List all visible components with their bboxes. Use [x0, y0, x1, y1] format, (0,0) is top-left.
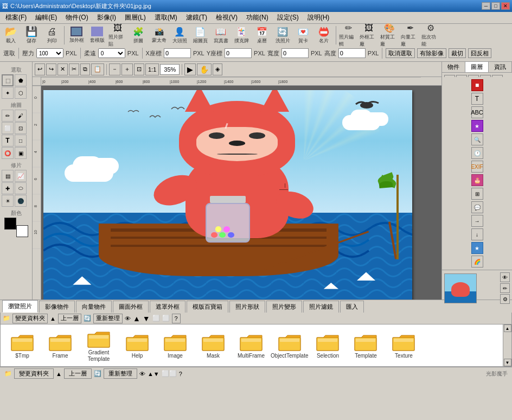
folder-item-Texture[interactable]: Texture: [385, 332, 422, 359]
toolbar-calendar[interactable]: 📅 桌曆: [252, 26, 272, 44]
undo-button[interactable]: ↩: [35, 63, 45, 75]
toolbar-headshot[interactable]: 👤 大頭照: [170, 26, 189, 44]
tool-curves[interactable]: 📈: [15, 170, 27, 182]
up-arrow-btn[interactable]: ▲: [133, 314, 140, 323]
toolbar-photobook[interactable]: 📖 寫真書: [211, 26, 231, 44]
folder-item-Template[interactable]: Template: [347, 332, 384, 359]
help-button[interactable]: ?: [172, 314, 181, 323]
folder-item-MultiFrame[interactable]: MultiFrame: [233, 332, 270, 359]
extra-tool-button[interactable]: ◈: [213, 63, 222, 75]
menu-object[interactable]: 物件(O): [61, 12, 92, 23]
toolbar-template[interactable]: 套模版: [87, 26, 107, 44]
tab-vector-objects[interactable]: 向量物件: [76, 301, 112, 313]
toolbar-batch[interactable]: ⚙ 批次功能: [421, 26, 440, 44]
minimize-button[interactable]: ─: [482, 2, 490, 10]
menu-edit[interactable]: 編輯(E): [31, 12, 61, 23]
preview-edit-btn[interactable]: ✏: [500, 283, 510, 293]
menu-view[interactable]: 檢視(V): [212, 12, 242, 23]
cake-tool-btn[interactable]: 🎂: [471, 174, 483, 186]
width-input[interactable]: [281, 48, 309, 58]
toolbar-frame[interactable]: 加外框: [67, 26, 86, 44]
tool-levels[interactable]: ▤: [2, 170, 14, 182]
canvas-area[interactable]: [43, 90, 412, 300]
menu-image[interactable]: 影像(I): [93, 12, 120, 23]
toolbar-montage[interactable]: 📸 蒙太奇: [149, 26, 169, 44]
rainbow-tool-btn[interactable]: 🌈: [471, 256, 483, 268]
toolbar-photo-edit[interactable]: ✏ 照片編輯: [338, 26, 358, 44]
toolbar-load[interactable]: 📂 載入: [1, 26, 21, 44]
menu-select[interactable]: 選取(M): [150, 12, 182, 23]
invert-button[interactable]: 囧反相: [468, 48, 491, 58]
tab-browse-photos[interactable]: 瀏覽照片: [2, 300, 38, 313]
copy-button[interactable]: ⧉: [80, 63, 90, 75]
toolbar-thumbnail[interactable]: 📄 縮圖頁: [190, 26, 210, 44]
folder-item-Image[interactable]: Image: [157, 332, 194, 359]
text-tool-btn[interactable]: T: [471, 93, 483, 105]
fg-color-box[interactable]: [4, 218, 16, 230]
redo-button[interactable]: ↪: [46, 63, 56, 75]
folder-item-Selection[interactable]: Selection: [309, 332, 346, 359]
zoom-out-button[interactable]: －: [109, 63, 120, 75]
folder-item-Frame[interactable]: Frame: [42, 332, 79, 359]
star-tool-btn[interactable]: ★: [471, 242, 483, 254]
toolbar-save[interactable]: 💾 儲存: [22, 26, 41, 44]
menu-settings[interactable]: 設定(S): [273, 12, 303, 23]
tool-select-magic[interactable]: ✦: [2, 87, 14, 99]
arrow-d-tool-btn[interactable]: ↓: [471, 228, 483, 240]
reorganize-button[interactable]: 重新整理: [93, 314, 123, 323]
tool-select-rect[interactable]: ⬚: [2, 74, 14, 86]
zoom-1x-button[interactable]: 1:1: [145, 63, 159, 75]
tool-gradient[interactable]: ▣: [15, 147, 27, 159]
folder-item-Mask[interactable]: Mask: [195, 332, 232, 359]
abc-tool-btn[interactable]: ABC: [471, 106, 483, 118]
tool-brush[interactable]: 🖌: [15, 110, 27, 122]
folder-item-Help[interactable]: Help: [119, 332, 156, 359]
tab-template-box[interactable]: 模版百寶箱: [187, 301, 228, 313]
tool-fill[interactable]: ⊡: [15, 122, 27, 134]
tool-burn[interactable]: 🌑: [15, 195, 27, 207]
status-up-btn[interactable]: 上一層: [64, 368, 92, 379]
zoom-in-button[interactable]: ＋: [121, 63, 133, 75]
scroll-up-btn[interactable]: ▲: [504, 324, 511, 332]
tool-stamp[interactable]: ⭕: [2, 147, 14, 159]
menu-filter[interactable]: 濾鏡(T): [182, 12, 212, 23]
arrow-r-tool-btn[interactable]: →: [471, 215, 483, 227]
select-tool-button[interactable]: ▶: [184, 63, 196, 75]
toolbar-card[interactable]: 💌 賀卡: [293, 26, 313, 44]
tool-select-lasso[interactable]: ⬟: [15, 74, 27, 86]
menu-function[interactable]: 功能(N): [242, 12, 273, 23]
bg-color-box[interactable]: [16, 225, 28, 237]
maximize-button[interactable]: □: [491, 2, 500, 10]
preview-settings-btn[interactable]: ⚙: [500, 294, 510, 304]
tab-canvas-frame[interactable]: 圖面外框: [113, 301, 149, 313]
y-input[interactable]: [225, 48, 252, 58]
delete-button[interactable]: ✕: [57, 63, 68, 75]
toolbar-vector-factory[interactable]: ✒ 向量工廠: [400, 26, 420, 44]
tab-import[interactable]: 匯入: [340, 301, 364, 313]
magnify-tool-btn[interactable]: 🔍: [471, 133, 483, 145]
toolbar-poker[interactable]: 🃏 撲克牌: [232, 26, 251, 44]
up-dir-button[interactable]: 上一層: [58, 314, 81, 323]
tool-heal[interactable]: ✚: [2, 182, 14, 194]
tab-photo-transform[interactable]: 照片變形: [266, 301, 302, 313]
preview-eye-btn[interactable]: 👁: [500, 272, 510, 282]
tab-mask-frame[interactable]: 遮罩外框: [150, 301, 185, 313]
change-dir-button[interactable]: 變更資料夾: [12, 314, 48, 323]
grid-tool-btn[interactable]: ⊞: [471, 188, 483, 200]
tab-image-objects[interactable]: 影像物件: [39, 301, 75, 313]
tool-pen[interactable]: ✏: [2, 110, 14, 122]
titlebar-controls[interactable]: ─ □ ✕: [482, 2, 510, 10]
color-tool-btn[interactable]: ■: [471, 79, 483, 91]
folder-item-$Tmp[interactable]: $Tmp: [4, 332, 41, 359]
close-button[interactable]: ✕: [501, 2, 510, 10]
toolbar-puzzle[interactable]: 🧩 拼圖: [129, 26, 148, 44]
menu-file[interactable]: 檔案(F): [1, 12, 31, 23]
exif-tool-btn[interactable]: EXIF: [471, 161, 483, 173]
toolbar-collage[interactable]: 🖼 照片拼貼: [108, 26, 127, 44]
hand-tool-button[interactable]: ✋: [197, 63, 212, 75]
crop-button[interactable]: 裁切: [449, 48, 466, 58]
toolbar-frame-factory[interactable]: 🖼 外框工廠: [359, 26, 379, 44]
pressure-select[interactable]: 100: [36, 48, 63, 58]
tab-object[interactable]: 物件: [442, 62, 465, 72]
tool-eraser[interactable]: ⬜: [2, 122, 14, 134]
